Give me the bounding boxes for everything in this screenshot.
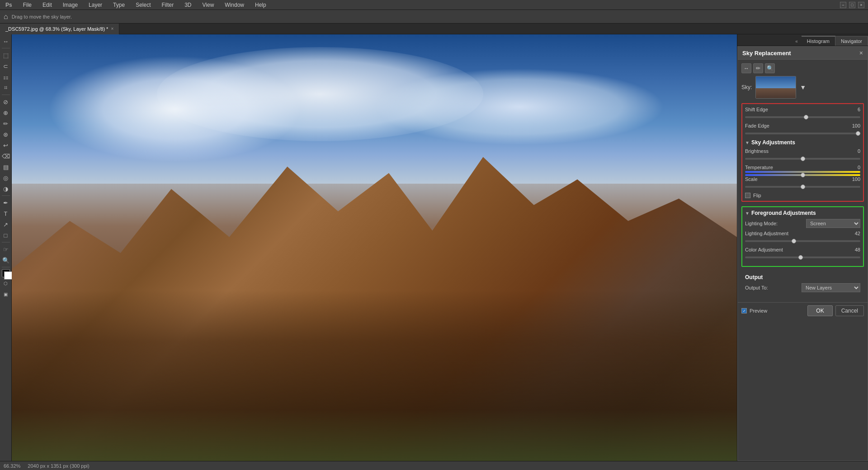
screen-mode-button[interactable]: ▣ — [1, 289, 11, 299]
dialog-footer: ✓ Preview OK Cancel — [738, 302, 868, 319]
tab-close-button[interactable]: × — [111, 26, 113, 31]
color-adj-row: Color Adjustment 48 — [745, 247, 860, 252]
color-adj-value: 48 — [844, 247, 860, 252]
tool-separator-1 — [2, 48, 10, 48]
temperature-label: Temperature — [745, 165, 844, 170]
lighting-adj-row: Lighting Adjustment 42 — [745, 231, 860, 236]
sky-brush-tool[interactable]: ↔ — [741, 63, 751, 73]
menu-image[interactable]: Image — [61, 1, 80, 9]
menu-layer[interactable]: Layer — [87, 1, 104, 9]
sky-adj-collapse-icon[interactable]: ▼ — [745, 140, 750, 145]
gradient-tool[interactable]: ▤ — [1, 162, 11, 172]
sky-adj-header: ▼ Sky Adjustments — [745, 139, 860, 146]
lighting-adj-slider[interactable] — [745, 240, 860, 242]
tab-bar: _DSC5972.jpg @ 68.3% (Sky, Layer Mask/8)… — [0, 24, 868, 34]
minimize-button[interactable]: − — [840, 2, 846, 8]
maximize-button[interactable]: □ — [849, 2, 855, 8]
sky-dropdown-button[interactable]: ▼ — [800, 84, 806, 91]
temperature-slider-container — [745, 171, 860, 173]
blur-tool[interactable]: ◎ — [1, 173, 11, 183]
shift-edge-label: Shift Edge — [745, 107, 844, 112]
lighting-mode-select[interactable]: Screen Multiply Luminosity — [806, 219, 860, 228]
crop-tool[interactable]: ⌗ — [1, 83, 11, 93]
document-canvas[interactable] — [12, 34, 737, 461]
sky-adj-title: Sky Adjustments — [751, 139, 795, 146]
foreground-color[interactable] — [2, 269, 10, 277]
output-to-select[interactable]: New Layers Duplicate Layer Current Layer — [802, 283, 860, 292]
status-bar: 66.32% 2040 px x 1351 px (300 ppi) — [0, 461, 868, 470]
scale-slider-container — [745, 183, 860, 189]
preview-checkbox[interactable]: ✓ — [741, 308, 747, 313]
menu-help[interactable]: Help — [253, 1, 268, 9]
brightness-slider[interactable] — [745, 158, 860, 160]
home-icon[interactable]: ⌂ — [4, 13, 8, 21]
active-document-tab[interactable]: _DSC5972.jpg @ 68.3% (Sky, Layer Mask/8)… — [0, 24, 119, 34]
panel-tab-bar: « Histogram Navigator — [737, 34, 868, 46]
brush-tool[interactable]: ✏ — [1, 119, 11, 128]
scale-slider[interactable] — [745, 186, 860, 188]
fade-edge-slider-container — [745, 129, 860, 136]
fade-edge-row: Fade Edge 100 — [745, 123, 860, 128]
text-tool[interactable]: T — [1, 209, 11, 218]
menu-ps[interactable]: Ps — [4, 1, 14, 9]
lighting-adj-label: Lighting Adjustment — [745, 231, 844, 236]
menu-select[interactable]: Select — [134, 1, 152, 9]
output-title: Output — [745, 274, 860, 280]
menu-window[interactable]: Window — [223, 1, 246, 9]
dialog-title: Sky Replacement — [742, 50, 791, 57]
menu-edit[interactable]: Edit — [41, 1, 54, 9]
menu-3d[interactable]: 3D — [183, 1, 193, 9]
sky-adjustments-section: Shift Edge 6 Fade Edge 100 — [741, 103, 864, 202]
sky-paint-tool[interactable]: ✏ — [753, 63, 763, 73]
tool-separator-5 — [2, 267, 10, 267]
quick-mask-button[interactable]: ⬡ — [1, 278, 11, 288]
sky-label: Sky: — [741, 84, 752, 90]
eraser-tool[interactable]: ⌫ — [1, 151, 11, 161]
clone-stamp-tool[interactable]: ⊛ — [1, 129, 11, 139]
menu-view[interactable]: View — [201, 1, 216, 9]
foreground-adjustments-section: ▼ Foreground Adjustments Lighting Mode: … — [741, 206, 864, 267]
dialog-buttons: OK Cancel — [807, 305, 864, 316]
object-select-tool[interactable]: ⚏ — [1, 72, 11, 82]
ok-button[interactable]: OK — [807, 305, 832, 316]
zoom-tool[interactable]: 🔍 — [1, 255, 11, 265]
tab-histogram[interactable]: Histogram — [802, 36, 835, 46]
marquee-tool[interactable]: ⬚ — [1, 50, 11, 60]
tab-navigator[interactable]: Navigator — [835, 36, 868, 46]
color-adj-slider[interactable] — [745, 256, 860, 258]
menu-type[interactable]: Type — [111, 1, 127, 9]
lighting-mode-label: Lighting Mode: — [745, 221, 778, 226]
shape-tool[interactable]: □ — [1, 230, 11, 240]
menu-file[interactable]: File — [21, 1, 33, 9]
temperature-slider[interactable] — [745, 174, 860, 176]
sky-zoom-tool[interactable]: 🔍 — [765, 63, 775, 73]
menu-filter[interactable]: Filter — [160, 1, 175, 9]
move-tool[interactable]: ↔ — [1, 36, 11, 46]
flip-checkbox[interactable] — [745, 193, 750, 198]
dialog-tools-row: ↔ ✏ 🔍 — [741, 63, 864, 73]
cancel-button[interactable]: Cancel — [835, 305, 864, 316]
dodge-tool[interactable]: ◑ — [1, 184, 11, 194]
dialog-close-button[interactable]: × — [859, 49, 863, 57]
panel-collapse-icon[interactable]: « — [792, 37, 802, 46]
tool-separator-3 — [2, 195, 10, 196]
path-select-tool[interactable]: ↗ — [1, 219, 11, 229]
shift-edge-slider[interactable] — [745, 116, 860, 118]
close-button[interactable]: × — [858, 2, 864, 8]
history-brush-tool[interactable]: ↩ — [1, 140, 11, 150]
color-adj-label: Color Adjustment — [745, 247, 844, 252]
shift-edge-value: 6 — [844, 107, 860, 112]
fade-edge-slider[interactable] — [745, 133, 860, 134]
sky-selector-row: Sky: ▼ — [741, 76, 864, 99]
lasso-tool[interactable]: ⊂ — [1, 61, 11, 71]
pen-tool[interactable]: ✒ — [1, 198, 11, 208]
fade-edge-value: 100 — [844, 123, 860, 128]
fg-adj-collapse-icon[interactable]: ▼ — [745, 211, 750, 216]
hand-tool[interactable]: ☞ — [1, 244, 11, 254]
eyedropper-tool[interactable]: ⊘ — [1, 97, 11, 107]
sky-preview-thumbnail[interactable] — [755, 76, 796, 99]
output-section: Output Output To: New Layers Duplicate L… — [741, 271, 864, 299]
color-adj-slider-container — [745, 253, 860, 260]
flip-label: Flip — [753, 193, 761, 198]
spot-healing-tool[interactable]: ⊕ — [1, 108, 11, 118]
